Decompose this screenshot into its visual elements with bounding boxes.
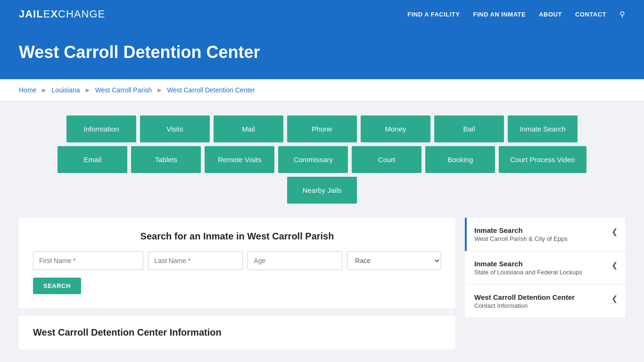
page-title: West Carroll Detention Center (19, 42, 625, 62)
sidebar-item-3-title: West Carroll Detention Center (474, 293, 575, 301)
sidebar-item-3-header: West Carroll Detention Center Contact In… (474, 293, 618, 309)
content-area: Search for an Inmate in West Carroll Par… (19, 218, 625, 349)
breadcrumb-current[interactable]: West Carroll Detention Center (167, 86, 255, 94)
breadcrumb-home[interactable]: Home (19, 86, 36, 94)
btn-mail[interactable]: Mail (214, 115, 283, 142)
main-content: Information Visits Mail Phone Money Bail… (0, 101, 644, 362)
nav-buttons-row2: Email Tablets Remote Visits Commissary C… (58, 146, 586, 173)
sidebar-item-2-title: Inmate Search (474, 260, 582, 268)
btn-nearby-jails[interactable]: Nearby Jails (287, 177, 357, 204)
site-logo[interactable]: JAILEXCHANGE (19, 8, 105, 20)
btn-information[interactable]: Information (66, 115, 136, 142)
breadcrumb-parish[interactable]: West Carroll Parish (95, 86, 152, 94)
btn-bail[interactable]: Bail (434, 115, 504, 142)
chevron-down-icon: ❮ (611, 227, 618, 236)
navbar: JAILEXCHANGE FIND A FACILITY FIND AN INM… (0, 0, 644, 28)
btn-visits[interactable]: Visits (140, 115, 210, 142)
nav-search[interactable]: ⚲ (619, 10, 625, 19)
nav-find-inmate[interactable]: FIND AN INMATE (473, 10, 526, 18)
nav-links: FIND A FACILITY FIND AN INMATE ABOUT CON… (407, 10, 625, 19)
breadcrumb-sep3: ► (156, 86, 165, 94)
sidebar-item-3-text: West Carroll Detention Center Contact In… (474, 293, 575, 309)
last-name-input[interactable] (148, 251, 243, 270)
sidebar-item-1[interactable]: Inmate Search West Carroll Parish & City… (465, 218, 625, 251)
info-section: West Carroll Detention Center Informatio… (19, 316, 455, 349)
right-sidebar: Inmate Search West Carroll Parish & City… (465, 218, 625, 318)
breadcrumb-louisiana[interactable]: Louisiana (52, 86, 80, 94)
btn-tablets[interactable]: Tablets (131, 146, 201, 173)
sidebar-item-1-subtitle: West Carroll Parish & City of Epps (474, 235, 568, 242)
nav-buttons-row3: Nearby Jails (287, 177, 357, 204)
btn-phone[interactable]: Phone (287, 115, 357, 142)
search-icon[interactable]: ⚲ (619, 10, 625, 18)
inmate-search-card: Search for an Inmate in West Carroll Par… (19, 218, 455, 308)
sidebar-item-2-header: Inmate Search State of Louisiana and Fed… (474, 260, 618, 276)
btn-remote-visits[interactable]: Remote Visits (205, 146, 274, 173)
btn-court[interactable]: Court (352, 146, 421, 173)
first-name-input[interactable] (33, 251, 143, 270)
search-card-title: Search for an Inmate in West Carroll Par… (33, 231, 441, 242)
logo-text: JAILEXCHANGE (19, 8, 105, 20)
race-select[interactable]: Race White Black Hispanic Asian Other (347, 251, 441, 270)
hero-section: West Carroll Detention Center (0, 28, 644, 79)
btn-inmate-search[interactable]: Inmate Search (508, 115, 578, 142)
btn-commissary[interactable]: Commissary (278, 146, 348, 173)
sidebar-item-2-text: Inmate Search State of Louisiana and Fed… (474, 260, 582, 276)
btn-booking[interactable]: Booking (425, 146, 495, 173)
nav-contact[interactable]: CONTACT (575, 10, 606, 18)
left-main: Search for an Inmate in West Carroll Par… (19, 218, 455, 349)
breadcrumb: Home ► Louisiana ► West Carroll Parish ►… (0, 79, 644, 101)
search-button[interactable]: SEARCH (33, 278, 81, 294)
chevron-down-icon-2: ❮ (611, 261, 618, 270)
sidebar-item-1-header: Inmate Search West Carroll Parish & City… (474, 226, 618, 242)
sidebar-item-1-text: Inmate Search West Carroll Parish & City… (474, 226, 568, 242)
nav-buttons-row1: Information Visits Mail Phone Money Bail… (66, 115, 578, 142)
nav-about[interactable]: ABOUT (539, 10, 562, 18)
btn-court-process-video[interactable]: Court Process Video (499, 146, 586, 173)
sidebar-item-3[interactable]: West Carroll Detention Center Contact In… (465, 285, 625, 318)
nav-find-facility[interactable]: FIND A FACILITY (407, 10, 460, 18)
btn-money[interactable]: Money (361, 115, 430, 142)
sidebar-item-3-subtitle: Contact Information (474, 302, 575, 309)
sidebar-item-2-subtitle: State of Louisiana and Federal Lockups (474, 269, 582, 276)
sidebar-item-2[interactable]: Inmate Search State of Louisiana and Fed… (465, 251, 625, 285)
nav-buttons-section: Information Visits Mail Phone Money Bail… (19, 115, 625, 204)
breadcrumb-sep2: ► (84, 86, 93, 94)
breadcrumb-sep: ► (41, 86, 50, 94)
chevron-down-icon-3: ❮ (611, 294, 618, 303)
btn-email[interactable]: Email (58, 146, 127, 173)
sidebar-item-1-title: Inmate Search (474, 226, 568, 234)
search-fields: Race White Black Hispanic Asian Other (33, 251, 441, 270)
age-input[interactable] (248, 251, 342, 270)
info-section-title: West Carroll Detention Center Informatio… (33, 327, 441, 338)
